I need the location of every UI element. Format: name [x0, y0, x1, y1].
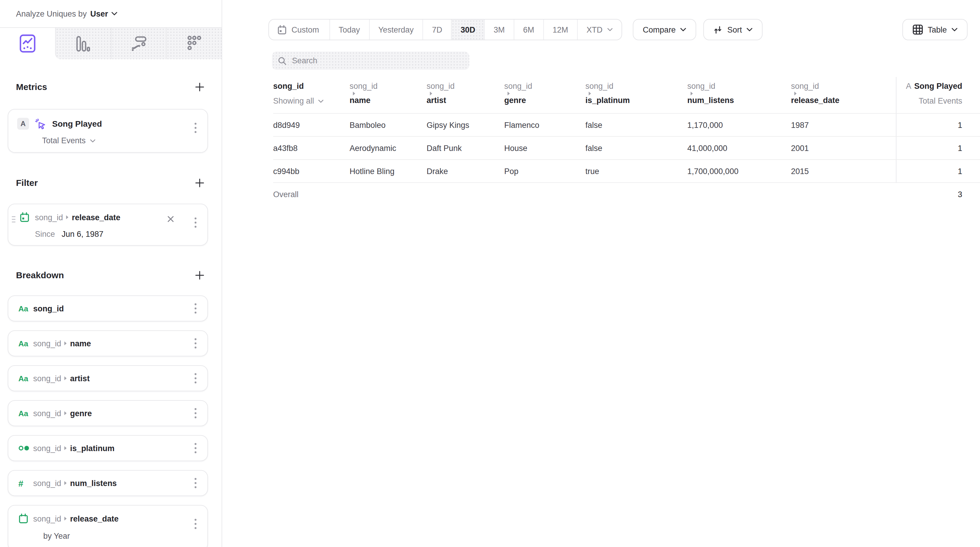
breakdown-item-num-listens[interactable]: # song_id num_listens	[8, 470, 208, 496]
filter-card[interactable]: song_id release_date Since Jun 6, 1987	[8, 204, 208, 246]
add-filter-button[interactable]	[195, 178, 204, 187]
date-range-today[interactable]: Today	[329, 19, 369, 40]
column-header-name[interactable]: song_idname	[350, 77, 426, 113]
column-header-num-listens[interactable]: song_idnum_listens	[687, 77, 791, 113]
kebab-menu-icon[interactable]	[194, 478, 197, 488]
filter-operator[interactable]: Since	[35, 230, 62, 239]
metric-event-name: Song Played	[52, 119, 102, 128]
caret-right-icon	[64, 411, 67, 415]
text-type-icon: Aa	[18, 409, 28, 418]
filter-property-name: release_date	[72, 213, 121, 222]
caret-right-icon	[794, 91, 797, 96]
kebab-menu-icon[interactable]	[194, 518, 197, 529]
search-box	[272, 51, 469, 70]
date-range-yesterday[interactable]: Yesterday	[369, 19, 422, 40]
column-header-song-id[interactable]: song_id Showing all	[273, 77, 350, 113]
filter-value[interactable]: Jun 6, 1987	[62, 230, 103, 239]
chevron-down-icon	[90, 139, 95, 143]
kebab-menu-icon[interactable]	[194, 338, 197, 349]
kebab-menu-icon[interactable]	[194, 303, 197, 314]
kebab-menu-icon[interactable]	[194, 408, 197, 419]
date-range-custom[interactable]: Custom	[269, 19, 329, 40]
table-overall-row: Overall 3	[273, 182, 980, 205]
date-range-3m[interactable]: 3M	[484, 19, 514, 40]
report-main-area: Custom Today Yesterday 7D 30D 3M 6M 12M …	[223, 0, 980, 547]
tab-flow-chart[interactable]	[110, 28, 166, 59]
breakdown-item-release-date[interactable]: song_id release_date by Year	[8, 505, 208, 547]
date-range-6m[interactable]: 6M	[514, 19, 543, 40]
breakdown-item-is-platinum[interactable]: song_id is_platinum	[8, 435, 208, 461]
text-type-icon: Aa	[18, 374, 28, 383]
chevron-down-icon	[112, 12, 118, 15]
filter-property-parent: song_id	[35, 213, 63, 222]
text-type-icon: Aa	[18, 339, 28, 348]
add-metric-button[interactable]	[195, 82, 204, 92]
metrics-section-header: Metrics	[0, 82, 221, 92]
caret-right-icon	[64, 376, 67, 381]
caret-right-icon	[66, 215, 69, 220]
drag-handle-icon[interactable]	[11, 216, 16, 223]
caret-right-icon	[430, 91, 433, 96]
caret-right-icon	[353, 91, 355, 96]
aggregation-dropdown[interactable]: Total Events	[42, 136, 207, 145]
column-header-artist[interactable]: song_idartist	[426, 77, 504, 113]
flow-chart-icon	[130, 35, 147, 52]
text-type-icon: Aa	[18, 304, 28, 313]
caret-right-icon	[589, 91, 591, 96]
line-chart-icon	[19, 34, 35, 53]
sort-button[interactable]: Sort	[703, 19, 763, 40]
breakdown-item-song-id[interactable]: Aa song_id	[8, 295, 208, 322]
date-range-12m[interactable]: 12M	[543, 19, 577, 40]
tab-line-chart[interactable]	[0, 28, 55, 59]
metrics-title: Metrics	[16, 82, 47, 92]
date-range-7d[interactable]: 7D	[422, 19, 451, 40]
analyze-value-dropdown[interactable]: User	[91, 9, 108, 18]
search-input[interactable]	[292, 56, 463, 65]
view-type-button[interactable]: Table	[902, 19, 967, 40]
breakdown-item-name[interactable]: Aa song_id name	[8, 330, 208, 357]
table-row[interactable]: a43fb8 Aerodynamic Daft Punk House false…	[273, 136, 980, 159]
sort-arrows-icon	[714, 25, 722, 34]
boolean-type-icon	[18, 445, 30, 451]
remove-filter-icon[interactable]	[167, 216, 174, 223]
table-row[interactable]: c994bb Hotline Bling Drake Pop true 1,70…	[273, 159, 980, 182]
report-toolbar: Custom Today Yesterday 7D 30D 3M 6M 12M …	[223, 0, 980, 40]
date-range-30d[interactable]: 30D	[451, 19, 484, 40]
showing-all-dropdown[interactable]: Showing all	[273, 97, 350, 106]
breakdown-section-header: Breakdown	[0, 270, 221, 280]
column-header-genre[interactable]: song_idgenre	[504, 77, 585, 113]
caret-right-icon	[64, 516, 67, 521]
column-header-release-date[interactable]: song_idrelease_date	[791, 77, 896, 113]
date-range-xtd[interactable]: XTD	[577, 19, 622, 40]
tab-metric-grid[interactable]	[166, 28, 222, 59]
metric-grid-icon	[187, 35, 201, 52]
metric-card[interactable]: A Song Played Total Events	[8, 109, 208, 153]
table-grid-icon	[912, 24, 923, 35]
caret-right-icon	[64, 481, 67, 485]
caret-right-icon	[64, 446, 67, 450]
kebab-menu-icon[interactable]	[194, 217, 197, 228]
tab-bar-chart[interactable]	[55, 28, 111, 59]
calendar-icon	[277, 25, 287, 35]
metric-letter-badge: A	[17, 118, 29, 130]
date-range-control: Custom Today Yesterday 7D 30D 3M 6M 12M …	[269, 19, 622, 40]
table-header-row: song_id Showing all song_idname song_ida…	[273, 77, 980, 113]
table-row[interactable]: d8d949 Bamboleo Gipsy Kings Flamenco fal…	[273, 113, 980, 136]
breakdown-item-artist[interactable]: Aa song_id artist	[8, 365, 208, 391]
column-header-is-platinum[interactable]: song_idis_platinum	[585, 77, 687, 113]
kebab-menu-icon[interactable]	[194, 122, 197, 133]
column-header-metric[interactable]: ASong Played Total Events	[896, 77, 980, 113]
caret-right-icon	[64, 341, 67, 346]
compare-button[interactable]: Compare	[633, 19, 697, 40]
kebab-menu-icon[interactable]	[194, 443, 197, 453]
add-breakdown-button[interactable]	[195, 270, 204, 280]
kebab-menu-icon[interactable]	[194, 373, 197, 384]
chevron-down-icon	[951, 28, 958, 32]
analyze-header: Analyze Uniques by User	[0, 0, 221, 28]
breakdown-item-genre[interactable]: Aa song_id genre	[8, 400, 208, 426]
filter-title: Filter	[16, 178, 38, 188]
chart-type-tabs	[0, 28, 221, 59]
calendar-icon	[19, 212, 30, 223]
analyze-label: Analyze Uniques by	[16, 9, 87, 18]
breakdown-bucket[interactable]: by Year	[43, 532, 207, 541]
